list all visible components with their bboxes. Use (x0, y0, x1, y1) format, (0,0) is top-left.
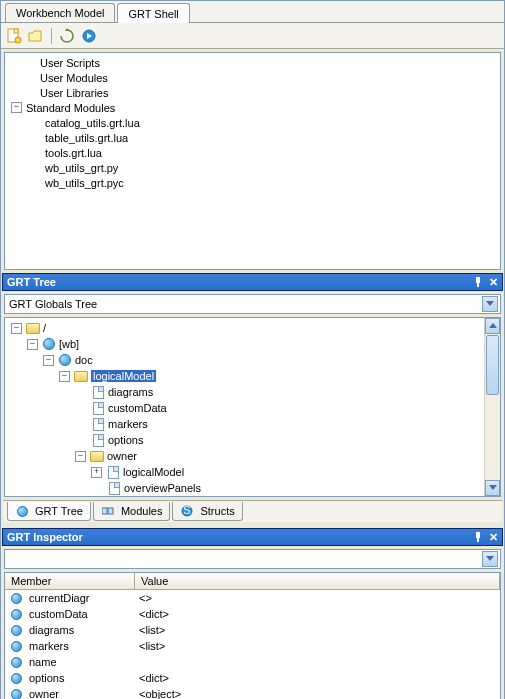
inspector-member: markers (29, 640, 69, 652)
tree-node-wb[interactable]: [wb] (59, 338, 79, 350)
tree-item-user-scripts[interactable]: User Scripts (40, 57, 100, 69)
inspector-member: name (29, 656, 57, 668)
tree-node-logicalmodel2[interactable]: logicalModel (123, 466, 184, 478)
structs-icon: S (180, 504, 194, 518)
tab-workbench-model[interactable]: Workbench Model (5, 3, 115, 22)
tree-node-overviewpanels[interactable]: overviewPanels (124, 482, 201, 494)
tree-node-doc[interactable]: doc (75, 354, 93, 366)
modules-icon (101, 504, 115, 518)
tree-item-file[interactable]: tools.grt.lua (45, 147, 102, 159)
top-tab-bar: Workbench Model GRT Shell (1, 1, 504, 23)
inspector-row[interactable]: options<dict> (5, 670, 500, 686)
grt-inspector-header: GRT Inspector ✕ (2, 528, 503, 546)
run-icon[interactable] (80, 27, 98, 45)
column-header-member[interactable]: Member (5, 573, 135, 589)
tree-item-user-modules[interactable]: User Modules (40, 72, 108, 84)
tab-label: Modules (121, 505, 163, 517)
globe-icon (9, 687, 23, 699)
tree-node-markers[interactable]: markers (108, 418, 148, 430)
svg-rect-4 (476, 277, 480, 283)
tree-node-options[interactable]: options (108, 434, 143, 446)
globe-icon (9, 655, 23, 669)
tab-label: Structs (200, 505, 234, 517)
svg-text:S: S (184, 505, 191, 516)
inspector-value: <list> (135, 640, 500, 652)
page-icon (106, 465, 120, 479)
pin-icon[interactable] (473, 277, 483, 287)
inspector-row[interactable]: owner<object> (5, 686, 500, 699)
tree-item-standard-modules[interactable]: Standard Modules (26, 102, 115, 114)
collapse-icon[interactable]: − (43, 355, 54, 366)
page-icon (107, 481, 121, 495)
vertical-scrollbar[interactable] (484, 318, 500, 496)
open-file-icon[interactable] (27, 27, 45, 45)
globe-icon (42, 337, 56, 351)
collapse-icon[interactable]: − (75, 451, 86, 462)
collapse-icon[interactable]: − (11, 102, 22, 113)
inspector-table: Member Value currentDiagr<>customData<di… (4, 572, 501, 699)
grt-globals-dropdown[interactable]: GRT Globals Tree (4, 294, 501, 314)
scroll-up-icon[interactable] (485, 318, 500, 334)
globe-icon (9, 607, 23, 621)
folder-icon (74, 369, 88, 383)
page-icon (91, 433, 105, 447)
tree-node-owner[interactable]: owner (107, 450, 137, 462)
inspector-dropdown[interactable] (4, 549, 501, 569)
inspector-row[interactable]: name (5, 654, 500, 670)
svg-rect-10 (476, 532, 480, 538)
inspector-row[interactable]: markers<list> (5, 638, 500, 654)
tab-structs[interactable]: SStructs (172, 502, 242, 521)
refresh-icon[interactable] (58, 27, 76, 45)
new-file-icon[interactable] (5, 27, 23, 45)
tree-node-logicalmodel[interactable]: logicalModel (91, 370, 156, 382)
globe-icon (9, 623, 23, 637)
tree-item-file[interactable]: wb_utils_grt.pyc (45, 177, 124, 189)
inspector-value: <dict> (135, 608, 500, 620)
tree-item-file[interactable]: catalog_utils.grt.lua (45, 117, 140, 129)
column-header-value[interactable]: Value (135, 573, 500, 589)
tab-grt-shell[interactable]: GRT Shell (117, 3, 189, 23)
scroll-down-icon[interactable] (485, 480, 500, 496)
tab-label: GRT Shell (128, 8, 178, 20)
inspector-member: currentDiagr (29, 592, 90, 604)
inspector-row[interactable]: diagrams<list> (5, 622, 500, 638)
globe-icon (9, 639, 23, 653)
bottom-tab-bar: GRT Tree Modules SStructs (3, 500, 502, 522)
inspector-value: <list> (135, 624, 500, 636)
tab-grt-tree[interactable]: GRT Tree (7, 502, 91, 521)
collapse-icon[interactable]: − (59, 371, 70, 382)
tree-node-diagrams[interactable]: diagrams (108, 386, 153, 398)
grt-tree-panel: −/ −[wb] −doc −logicalModel diagrams cus… (4, 317, 501, 497)
toolbar-separator (51, 28, 52, 44)
inspector-row[interactable]: customData<dict> (5, 606, 500, 622)
inspector-value: <dict> (135, 672, 500, 684)
pane-title: GRT Inspector (7, 531, 83, 543)
collapse-icon[interactable]: − (11, 323, 22, 334)
pin-icon[interactable] (473, 532, 483, 542)
tree-item-file[interactable]: table_utils.grt.lua (45, 132, 128, 144)
pane-title: GRT Tree (7, 276, 56, 288)
tab-label: GRT Tree (35, 505, 83, 517)
dropdown-value: GRT Globals Tree (9, 298, 97, 310)
inspector-member: owner (29, 688, 59, 699)
toolbar (1, 23, 504, 49)
collapse-icon[interactable]: − (27, 339, 38, 350)
tree-node-customdata[interactable]: customData (108, 402, 167, 414)
scroll-thumb[interactable] (486, 335, 499, 395)
scripts-panel: User Scripts User Modules User Libraries… (4, 52, 501, 270)
tab-modules[interactable]: Modules (93, 502, 171, 521)
inspector-row[interactable]: currentDiagr<> (5, 590, 500, 606)
svg-rect-11 (477, 538, 479, 542)
inspector-value: <object> (135, 688, 500, 699)
tree-node-root[interactable]: / (43, 322, 46, 334)
globe-icon (9, 671, 23, 685)
tree-item-user-libraries[interactable]: User Libraries (40, 87, 108, 99)
grt-tree-header: GRT Tree ✕ (2, 273, 503, 291)
close-icon[interactable]: ✕ (489, 531, 498, 544)
expand-icon[interactable]: + (91, 467, 102, 478)
svg-point-2 (15, 37, 21, 43)
tree-item-file[interactable]: wb_utils_grt.py (45, 162, 118, 174)
close-icon[interactable]: ✕ (489, 276, 498, 289)
svg-rect-7 (108, 508, 113, 514)
page-icon (91, 401, 105, 415)
